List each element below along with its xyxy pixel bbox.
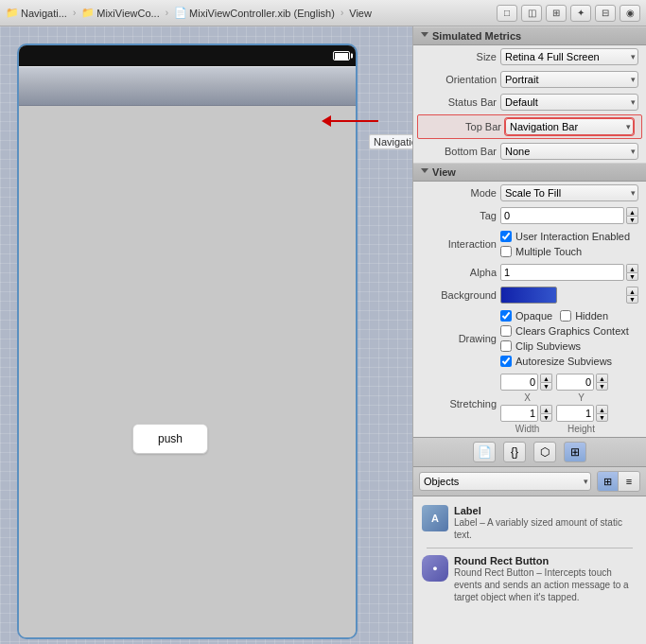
top-bar-select[interactable]: Navigation Bar xyxy=(505,118,634,135)
background-stepper: ▲ ▼ xyxy=(626,287,638,304)
push-button[interactable]: push xyxy=(132,424,208,454)
stretch-h-group: ▲ ▼ xyxy=(556,405,608,422)
multiple-touch-checkbox[interactable] xyxy=(500,246,512,257)
bg-stepper-up[interactable]: ▲ xyxy=(626,287,638,295)
opaque-label: Opaque xyxy=(515,310,552,322)
top-bar-label: Top Bar xyxy=(426,121,501,132)
autoresize-label: Autoresize Subviews xyxy=(515,356,612,367)
alpha-label: Alpha xyxy=(421,267,497,278)
stretch-y-group: ▲ ▼ xyxy=(556,374,608,391)
hidden-label: Hidden xyxy=(575,310,608,322)
toolbar-btn-6[interactable]: ◉ xyxy=(620,5,640,22)
sw-up[interactable]: ▲ xyxy=(540,405,552,413)
iphone-mockup: push xyxy=(17,44,358,639)
folder-icon-1: 📁 xyxy=(6,7,19,19)
stretch-h-stepper: ▲ ▼ xyxy=(596,405,608,422)
toolbar-btn-5[interactable]: ⊟ xyxy=(595,5,616,22)
sy-down[interactable]: ▼ xyxy=(596,382,608,391)
clip-subviews-row: Clip Subviews xyxy=(500,339,629,353)
label-icon: A xyxy=(422,505,448,531)
hidden-checkbox[interactable] xyxy=(560,310,571,322)
breadcrumb-item-4[interactable]: View xyxy=(349,8,372,19)
objects-select[interactable]: Objects xyxy=(419,472,591,491)
stretch-w-input[interactable] xyxy=(500,405,538,422)
breadcrumb-item-3[interactable]: 📄 MixiViewController.xib (English) xyxy=(174,7,335,19)
canvas-area[interactable]: push Navigation xyxy=(0,26,412,644)
object-tab[interactable]: ⬡ xyxy=(533,442,556,462)
stretch-wh-labels: Width Height xyxy=(500,424,638,434)
user-interaction-checkbox[interactable] xyxy=(500,231,512,242)
background-label: Background xyxy=(421,289,497,301)
alpha-stepper-down[interactable]: ▼ xyxy=(626,272,638,281)
stretching-label: Stretching xyxy=(421,398,497,409)
view-section-header: View xyxy=(413,163,646,182)
bg-stepper-down[interactable]: ▼ xyxy=(626,295,638,304)
object-list: A Label Label – A variably sized amount … xyxy=(413,496,646,612)
alpha-input[interactable] xyxy=(500,264,624,281)
main-area: push Navigation Simulated Metrics Size R… xyxy=(0,26,646,644)
tag-input[interactable] xyxy=(500,207,624,224)
drawing-row: Drawing Opaque Hidden Clears Graphics Co… xyxy=(413,306,646,371)
status-bar-select[interactable]: Default xyxy=(500,94,638,111)
opaque-checkbox[interactable] xyxy=(500,310,512,322)
drawing-checkboxes: Opaque Hidden Clears Graphics Context Cl… xyxy=(500,309,629,368)
size-row: Size Retina 4 Full Screen xyxy=(413,45,646,68)
autoresize-checkbox[interactable] xyxy=(500,356,512,367)
code-tab[interactable]: {} xyxy=(503,442,526,462)
bottom-bar-select-wrapper: None xyxy=(500,143,638,160)
stretch-y-input[interactable] xyxy=(556,374,594,391)
orientation-select[interactable]: Portrait xyxy=(500,71,638,88)
breadcrumb-item-1[interactable]: 📁 Navigati... xyxy=(6,7,67,19)
toolbar-btn-4[interactable]: ✦ xyxy=(570,5,591,22)
background-color-wrapper xyxy=(500,287,622,304)
sx-up[interactable]: ▲ xyxy=(540,374,552,382)
attributes-tab[interactable]: ⊞ xyxy=(564,442,586,462)
background-color-well[interactable] xyxy=(500,287,557,304)
toolbar-btn-1[interactable]: □ xyxy=(497,5,517,22)
sw-down[interactable]: ▼ xyxy=(540,413,552,422)
sh-up[interactable]: ▲ xyxy=(596,405,608,413)
alpha-stepper-up[interactable]: ▲ xyxy=(626,264,638,272)
status-bar-label: Status Bar xyxy=(421,96,497,108)
stretch-x-group: ▲ ▼ xyxy=(500,374,552,391)
arrow-line xyxy=(331,120,378,122)
multiple-touch-label: Multiple Touch xyxy=(515,246,582,257)
background-row: Background ▲ ▼ xyxy=(413,284,646,306)
stretch-xy-row: ▲ ▼ ▲ ▼ xyxy=(500,374,638,391)
clip-subviews-checkbox[interactable] xyxy=(500,340,512,352)
tag-stepper-up[interactable]: ▲ xyxy=(626,207,638,216)
battery-icon xyxy=(333,51,350,61)
label-name: Label xyxy=(454,505,637,516)
breadcrumb-item-2[interactable]: 📁 MixiViewCo... xyxy=(81,7,159,19)
toolbar-btn-3[interactable]: ⊞ xyxy=(546,5,567,22)
tag-row: Tag ▲ ▼ xyxy=(413,204,646,227)
bottom-bar-row: Bottom Bar None xyxy=(413,140,646,163)
clears-graphics-checkbox[interactable] xyxy=(500,325,512,337)
multiple-touch-row: Multiple Touch xyxy=(500,245,630,258)
bottom-bar-select[interactable]: None xyxy=(500,143,638,160)
user-interaction-row: User Interaction Enabled xyxy=(500,230,630,243)
clears-graphics-label: Clears Graphics Context xyxy=(515,325,629,337)
stretch-h-input[interactable] xyxy=(556,405,594,422)
size-select[interactable]: Retina 4 Full Screen xyxy=(500,48,638,65)
sy-up[interactable]: ▲ xyxy=(596,374,608,382)
inspector-tabs: 📄 {} ⬡ ⊞ xyxy=(413,437,646,466)
toolbar-btn-2[interactable]: ◫ xyxy=(521,5,542,22)
right-panel: Simulated Metrics Size Retina 4 Full Scr… xyxy=(412,26,646,644)
stretch-x-input[interactable] xyxy=(500,374,538,391)
breadcrumb-label-4: View xyxy=(349,8,372,19)
sx-down[interactable]: ▼ xyxy=(540,382,552,391)
red-arrow xyxy=(322,115,378,127)
size-label: Size xyxy=(421,51,497,62)
tag-input-group: ▲ ▼ xyxy=(500,207,638,224)
grid-view-btn[interactable]: ⊞ xyxy=(598,472,619,491)
interaction-label: Interaction xyxy=(421,238,497,250)
list-view-btn[interactable]: ≡ xyxy=(619,472,639,491)
mode-select[interactable]: Scale To Fill xyxy=(500,184,638,201)
mode-row: Mode Scale To Fill xyxy=(413,182,646,204)
sh-down[interactable]: ▼ xyxy=(596,413,608,422)
file-tab[interactable]: 📄 xyxy=(473,442,496,462)
tag-stepper-down[interactable]: ▼ xyxy=(626,216,638,224)
height-label: Height xyxy=(556,424,606,434)
breadcrumb-label-1: Navigati... xyxy=(21,8,67,19)
